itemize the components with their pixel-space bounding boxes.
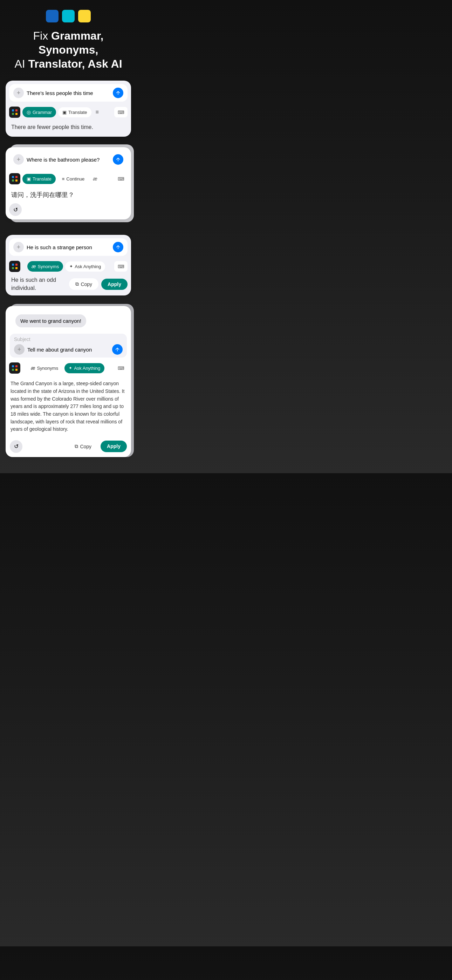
- keyboard-button-2[interactable]: ⌨: [114, 173, 127, 184]
- ask-input-text: Tell me about grand canyon: [27, 347, 109, 353]
- grammar-input-row: + There's less people this time: [9, 84, 127, 102]
- grammar-button[interactable]: ◎ Grammar: [22, 107, 56, 118]
- chat-bubble: We went to grand canyon!: [16, 314, 86, 328]
- keyboard-button-1[interactable]: ⌨: [114, 107, 127, 118]
- grammar-icon: ◎: [27, 109, 31, 115]
- synonyms-toolbar: æ Synonyms ✦ Ask Anything ⌨: [6, 259, 131, 275]
- grammar-send-button[interactable]: [113, 88, 123, 98]
- translate-button-1[interactable]: ▣ Translate: [58, 107, 91, 118]
- copy-button-4[interactable]: ⧉ Copy: [68, 441, 98, 452]
- app-icon-3: [9, 261, 20, 272]
- ask-anything-label-3: Ask Anything: [75, 264, 101, 269]
- synonyms-input-text: He is such a strange person: [27, 244, 110, 250]
- copy-icon-4: ⧉: [75, 443, 78, 449]
- grammar-result: There are fewer people this time.: [6, 121, 131, 137]
- keyboard-button-3[interactable]: ⌨: [114, 261, 127, 272]
- refresh-button-2[interactable]: ↺: [9, 203, 22, 216]
- synonyms-label-4: Synonyms: [37, 366, 58, 371]
- copy-label-3: Copy: [81, 282, 92, 287]
- subject-placeholder: Subject: [14, 336, 123, 342]
- synonyms-button[interactable]: æ Synonyms: [27, 261, 63, 272]
- synonyms-result: He is such an odd individual.: [11, 276, 69, 292]
- send-up-arrow-icon-3: [115, 244, 121, 250]
- translate-icon-active: ▣: [27, 176, 31, 181]
- ask-action-row: ↺ ⧉ Copy Apply: [6, 438, 131, 457]
- translate-label-1: Translate: [68, 110, 87, 115]
- copy-icon-3: ⧉: [75, 281, 79, 287]
- cyan-square-icon: [62, 10, 75, 22]
- ask-toolbar: æ Synonyms ✦ Ask Anything ⌨: [6, 360, 131, 376]
- dot-green-2: [12, 180, 14, 181]
- keyboard-button-4[interactable]: ⌨: [114, 363, 127, 373]
- synonyms-icon: æ: [32, 264, 36, 269]
- translate-icon-1: ▣: [62, 110, 67, 115]
- ask-ai-card: We went to grand canyon! Subject + Tell …: [6, 306, 131, 457]
- app-dots-4: [12, 365, 18, 371]
- dot-green: [12, 113, 14, 115]
- translate-add-button[interactable]: +: [13, 154, 24, 165]
- ask-anything-icon: ✦: [69, 366, 72, 371]
- grammar-input-text: There's less people this time: [27, 90, 110, 96]
- dot-red-2: [16, 176, 18, 178]
- dot-red: [16, 109, 18, 111]
- dot-blue-2: [12, 176, 14, 178]
- grammar-card: + There's less people this time ◎ Gramma…: [6, 81, 131, 137]
- translate-label-active: Translate: [33, 176, 51, 181]
- copy-button-3[interactable]: ⧉ Copy: [69, 278, 99, 290]
- grammar-toolbar: ◎ Grammar ▣ Translate ≡ ⌨: [6, 105, 131, 121]
- dot-green-3: [12, 267, 14, 269]
- send-up-arrow-icon-2: [115, 157, 121, 162]
- dot-blue-4: [12, 365, 14, 368]
- grammar-label: Grammar: [33, 110, 52, 115]
- app-icon: [9, 107, 20, 118]
- ask-anything-button[interactable]: ✦ Ask Anything: [64, 363, 104, 373]
- ae-icon-btn[interactable]: æ: [91, 173, 99, 184]
- synonyms-icon-4: æ: [31, 365, 35, 371]
- ask-anything-icon-3: ✦: [69, 264, 73, 269]
- continue-button[interactable]: ≡ Continue: [58, 174, 89, 184]
- synonyms-add-button[interactable]: +: [13, 242, 24, 252]
- dot-yellow: [16, 113, 18, 115]
- continue-icon-btn-1[interactable]: ≡: [94, 107, 101, 118]
- apply-button-4[interactable]: Apply: [100, 441, 127, 452]
- synonyms-card: + He is such a strange person æ Syn: [6, 235, 131, 296]
- translate-button-active[interactable]: ▣ Translate: [22, 174, 56, 184]
- ask-input-area: Subject + Tell me about grand canyon: [10, 334, 127, 358]
- translate-input-row: + Where is the bathroom please?: [9, 151, 127, 168]
- ask-send-button[interactable]: [112, 344, 123, 355]
- translate-send-button[interactable]: [113, 154, 123, 165]
- synonyms-button-4[interactable]: æ Synonyms: [27, 363, 62, 373]
- dot-blue-3: [12, 264, 14, 266]
- app-dots-2: [12, 176, 18, 181]
- dot-yellow-2: [16, 180, 18, 181]
- ask-anything-button-3[interactable]: ✦ Ask Anything: [65, 261, 105, 272]
- send-up-arrow-icon: [115, 90, 121, 96]
- blue-square-icon: [46, 10, 59, 22]
- translate-card: + Where is the bathroom please? ▣ Transl…: [6, 147, 131, 220]
- continue-icon: ≡: [62, 176, 65, 181]
- yellow-square-icon: [78, 10, 91, 22]
- apply-button-3[interactable]: Apply: [101, 278, 127, 290]
- copy-label-4: Copy: [80, 444, 91, 449]
- app-dots: [12, 109, 18, 115]
- translate-toolbar: ▣ Translate ≡ Continue æ ⌨: [6, 171, 131, 187]
- hero-title: Fix Grammar, Synonyms, AI Translator, As…: [0, 29, 137, 71]
- top-icons: [46, 10, 91, 22]
- refresh-button-4[interactable]: ↺: [10, 440, 22, 453]
- ask-anything-label: Ask Anything: [74, 366, 100, 371]
- dot-red-4: [16, 365, 18, 368]
- ask-add-button[interactable]: +: [14, 344, 24, 355]
- app-icon-4: [9, 363, 20, 374]
- ask-result: The Grand Canyon is a large, steep-sided…: [6, 376, 131, 438]
- dot-blue: [12, 109, 14, 111]
- dot-yellow-4: [16, 369, 18, 371]
- synonyms-input-row: + He is such a strange person: [9, 238, 127, 256]
- ask-input-row: + Tell me about grand canyon: [14, 344, 123, 355]
- dot-yellow-3: [16, 267, 18, 269]
- synonyms-label: Synonyms: [38, 264, 59, 269]
- continue-label: Continue: [66, 176, 84, 181]
- dot-green-4: [12, 369, 14, 371]
- grammar-add-button[interactable]: +: [13, 88, 24, 98]
- synonyms-send-button[interactable]: [113, 242, 123, 252]
- app-dots-3: [12, 264, 18, 269]
